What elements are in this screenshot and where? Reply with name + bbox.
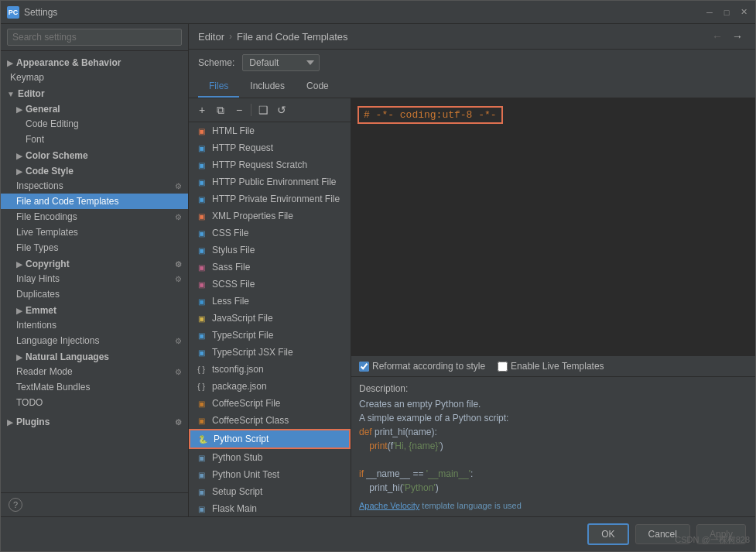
sidebar-item-general[interactable]: ▶ General xyxy=(1,101,188,116)
window-controls: ─ □ ✕ xyxy=(704,7,749,18)
sidebar-item-keymap[interactable]: Keymap xyxy=(1,70,188,85)
sass-file-icon: ▣ xyxy=(195,261,207,273)
template-item-xml[interactable]: ▣ XML Properties File xyxy=(189,207,351,225)
content-area: ▶ Appearance & Behavior Keymap ▼ Editor … xyxy=(1,24,755,516)
sidebar-item-copyright[interactable]: ▶ Copyright ⚙ xyxy=(1,255,188,271)
duplicate-template-button[interactable]: ❑ xyxy=(255,101,272,118)
template-item-stylus[interactable]: ▣ Stylus File xyxy=(189,242,351,259)
template-item-css[interactable]: ▣ CSS File xyxy=(189,225,351,242)
template-item-python-unit-test[interactable]: ▣ Python Unit Test xyxy=(189,466,351,483)
code-editor[interactable]: # -*- coding:utf-8 -*- xyxy=(351,98,755,355)
search-input[interactable] xyxy=(7,29,182,46)
template-item-label: Flask Main xyxy=(212,503,257,514)
editor-arrow-icon: ▼ xyxy=(7,90,15,98)
template-item-http-public[interactable]: ▣ HTTP Public Environment File xyxy=(189,173,351,190)
sidebar-item-font[interactable]: Font xyxy=(1,132,188,147)
template-item-html[interactable]: ▣ HTML File xyxy=(189,122,351,139)
sidebar-item-emmet[interactable]: ▶ Emmet xyxy=(1,302,188,317)
tab-files[interactable]: Files xyxy=(198,76,239,98)
scheme-row: Scheme: Default Project xyxy=(189,50,755,76)
less-file-icon: ▣ xyxy=(195,295,207,307)
template-item-scss[interactable]: ▣ SCSS File xyxy=(189,276,351,293)
arrow-icon: ▶ xyxy=(7,59,13,67)
add-template-button[interactable]: + xyxy=(193,101,210,118)
html-file-icon: ▣ xyxy=(195,125,207,137)
editor-highlighted-content: # -*- coding:utf-8 -*- xyxy=(357,106,503,124)
close-button[interactable]: ✕ xyxy=(738,7,749,18)
ok-button[interactable]: OK xyxy=(587,523,628,545)
template-item-tsconfig[interactable]: { } tsconfig.json xyxy=(189,361,351,378)
sidebar: ▶ Appearance & Behavior Keymap ▼ Editor … xyxy=(1,24,189,516)
copy-template-button[interactable]: ⧉ xyxy=(212,101,229,118)
sidebar-item-duplicates[interactable]: Duplicates xyxy=(1,286,188,302)
scheme-label: Scheme: xyxy=(198,57,234,68)
nav-back-button[interactable]: ← xyxy=(709,30,726,43)
live-templates-checkbox-label[interactable]: Enable Live Templates xyxy=(498,361,604,372)
breadcrumb-parent: Editor xyxy=(198,31,224,43)
tab-code[interactable]: Code xyxy=(296,76,340,98)
code-style-arrow-icon: ▶ xyxy=(16,167,22,176)
template-item-coffeescript[interactable]: ▣ CoffeeScript File xyxy=(189,395,351,412)
apply-button[interactable]: Apply xyxy=(696,524,746,544)
template-item-sass[interactable]: ▣ Sass File xyxy=(189,259,351,276)
sidebar-item-intentions[interactable]: Intentions xyxy=(1,317,188,333)
breadcrumb-separator: › xyxy=(229,31,232,42)
template-item-http-request[interactable]: ▣ HTTP Request xyxy=(189,139,351,156)
sidebar-item-appearance[interactable]: ▶ Appearance & Behavior xyxy=(1,54,188,70)
sidebar-item-inlay-hints[interactable]: Inlay Hints ⚙ xyxy=(1,271,188,286)
reset-template-button[interactable]: ↺ xyxy=(273,101,290,118)
general-arrow-icon: ▶ xyxy=(16,105,22,114)
sidebar-item-color-scheme[interactable]: ▶ Color Scheme xyxy=(1,147,188,163)
velocity-link[interactable]: Apache Velocity xyxy=(359,501,419,510)
lang-inject-badge: ⚙ xyxy=(175,337,182,345)
template-item-label: Stylus File xyxy=(212,245,255,255)
sidebar-item-inspections[interactable]: Inspections ⚙ xyxy=(1,178,188,194)
tab-includes[interactable]: Includes xyxy=(239,76,296,98)
scheme-select[interactable]: Default Project xyxy=(242,54,320,71)
desc-line-7: print_hi('Python') xyxy=(359,481,747,495)
template-item-flask-main[interactable]: ▣ Flask Main xyxy=(189,500,351,516)
http-public-icon: ▣ xyxy=(195,176,207,188)
description-label: Description: xyxy=(359,383,747,394)
template-item-label: HTTP Public Environment File xyxy=(212,177,337,187)
sidebar-item-editor[interactable]: ▼ Editor xyxy=(1,85,188,101)
file-encodings-badge: ⚙ xyxy=(175,213,182,221)
reformat-checkbox[interactable] xyxy=(359,362,369,372)
template-item-js[interactable]: ▣ JavaScript File xyxy=(189,310,351,327)
sidebar-item-file-encodings[interactable]: File Encodings ⚙ xyxy=(1,209,188,225)
template-item-package-json[interactable]: { } package.json xyxy=(189,378,351,395)
sidebar-item-natural-languages[interactable]: ▶ Natural Languages xyxy=(1,348,188,364)
remove-template-button[interactable]: − xyxy=(231,101,248,118)
cancel-button[interactable]: Cancel xyxy=(635,524,690,544)
template-item-less[interactable]: ▣ Less File xyxy=(189,293,351,310)
help-button[interactable]: ? xyxy=(9,498,22,512)
footer: OK Cancel Apply xyxy=(1,516,755,551)
maximize-button[interactable]: □ xyxy=(721,7,732,18)
sidebar-item-plugins[interactable]: ▶ Plugins ⚙ xyxy=(1,413,188,429)
template-item-label: tsconfig.json xyxy=(212,364,264,375)
template-item-coffeescript-class[interactable]: ▣ CoffeeScript Class xyxy=(189,412,351,429)
template-item-python-stub[interactable]: ▣ Python Stub xyxy=(189,449,351,466)
nav-forward-button[interactable]: → xyxy=(729,30,746,43)
sidebar-item-language-injections[interactable]: Language Injections ⚙ xyxy=(1,333,188,348)
minimize-button[interactable]: ─ xyxy=(704,7,715,18)
template-item-tsx[interactable]: ▣ TypeScript JSX File xyxy=(189,344,351,361)
sidebar-item-textmate-bundles[interactable]: TextMate Bundles xyxy=(1,379,188,395)
sidebar-item-code-style[interactable]: ▶ Code Style xyxy=(1,163,188,178)
sidebar-item-file-templates[interactable]: File and Code Templates xyxy=(1,194,188,209)
sidebar-item-reader-mode[interactable]: Reader Mode ⚙ xyxy=(1,364,188,379)
template-item-label: Python Stub xyxy=(212,452,262,463)
breadcrumb: Editor › File and Code Templates ← → xyxy=(189,24,755,50)
reformat-checkbox-label[interactable]: Reformat according to style xyxy=(359,361,485,372)
coffee-file-icon: ▣ xyxy=(195,397,207,410)
template-item-python-script[interactable]: 🐍 Python Script xyxy=(189,429,351,449)
template-item-http-scratch[interactable]: ▣ HTTP Request Scratch xyxy=(189,156,351,173)
sidebar-item-file-types[interactable]: File Types xyxy=(1,240,188,255)
template-item-ts[interactable]: ▣ TypeScript File xyxy=(189,327,351,344)
template-item-http-private[interactable]: ▣ HTTP Private Environment File xyxy=(189,190,351,207)
sidebar-item-todo[interactable]: TODO xyxy=(1,395,188,410)
sidebar-item-live-templates[interactable]: Live Templates xyxy=(1,225,188,240)
live-templates-checkbox[interactable] xyxy=(498,362,508,372)
template-item-setup-script[interactable]: ▣ Setup Script xyxy=(189,483,351,500)
sidebar-item-code-editing[interactable]: Code Editing xyxy=(1,116,188,132)
